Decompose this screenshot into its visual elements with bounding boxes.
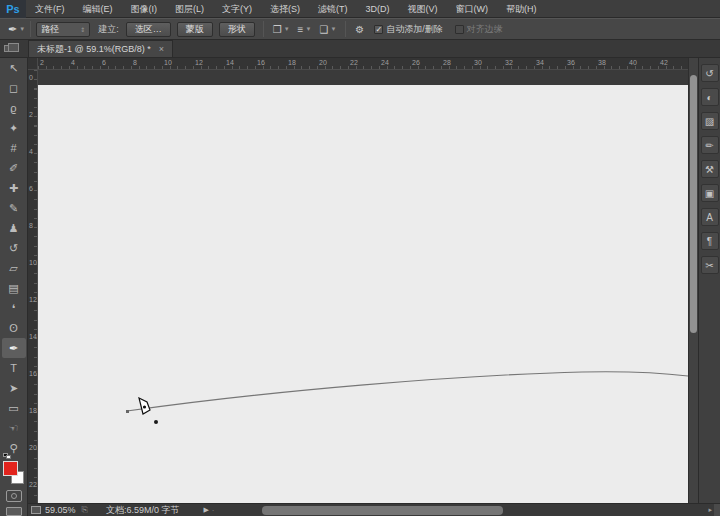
character-panel-icon[interactable]: A bbox=[701, 208, 719, 226]
hruler-number: 24 bbox=[381, 59, 389, 66]
adjustments-panel-icon[interactable]: ◐ bbox=[701, 88, 719, 106]
menu-item-0[interactable]: 文件(F) bbox=[26, 0, 74, 18]
hand-tool[interactable]: ☜ bbox=[2, 418, 26, 438]
tool-options-bar: ✒ ▼ 路径 ⇕ 建立: 选区… 蒙版 形状 ❐ ▼ ≡ ▼ ❑ ▼ ⚙ ✓ bbox=[0, 18, 720, 40]
screen-mode-button[interactable] bbox=[6, 507, 22, 516]
panel-dock: ↺◐▨✏⚒▣A¶✂ bbox=[698, 58, 720, 516]
menu-item-3[interactable]: 图层(L) bbox=[166, 0, 213, 18]
menu-bar: Ps 文件(F)编辑(E)图像(I)图层(L)文字(Y)选择(S)滤镜(T)3D… bbox=[0, 0, 720, 18]
marquee-tool[interactable]: ◻ bbox=[2, 78, 26, 98]
hruler-number: 38 bbox=[598, 59, 606, 66]
scroll-right-arrow-icon[interactable]: ▸ bbox=[708, 506, 712, 514]
lasso-tool[interactable]: ϱ bbox=[2, 98, 26, 118]
menu-item-5[interactable]: 选择(S) bbox=[261, 0, 309, 18]
workflow-icon: ⎘ bbox=[82, 505, 88, 515]
make-mask-button[interactable]: 蒙版 bbox=[177, 22, 213, 37]
vertical-ruler[interactable]: 0246810121416182022 bbox=[28, 70, 38, 503]
history-brush-tool[interactable]: ↺ bbox=[2, 238, 26, 258]
brush-panel-icon[interactable]: ✏ bbox=[701, 136, 719, 154]
document-canvas[interactable] bbox=[38, 85, 688, 503]
vruler-number: 22 bbox=[29, 481, 37, 488]
tool-list: ↖◻ϱ✦#✐✚✎♟↺▱▤❛ʘ✒T➤▭☜⚲ bbox=[2, 58, 26, 458]
brush-tool[interactable]: ✎ bbox=[2, 198, 26, 218]
rectangle-tool[interactable]: ▭ bbox=[2, 398, 26, 418]
hruler-number: 32 bbox=[505, 59, 513, 66]
vruler-number: 14 bbox=[29, 333, 37, 340]
tool-mode-dropdown[interactable]: 路径 ⇕ bbox=[36, 22, 90, 37]
vruler-number: 12 bbox=[29, 296, 37, 303]
menu-item-2[interactable]: 图像(I) bbox=[122, 0, 167, 18]
paragraph-panel-icon[interactable]: ¶ bbox=[701, 232, 719, 250]
clone-source-panel-icon[interactable]: ▣ bbox=[701, 184, 719, 202]
vruler-number: 6 bbox=[29, 185, 33, 192]
document-tab[interactable]: 未标题-1 @ 59.1%(RGB/8) * × bbox=[28, 40, 173, 57]
path-selection-tool[interactable]: ➤ bbox=[2, 378, 26, 398]
hruler-number: 20 bbox=[319, 59, 327, 66]
path-alignment-icon: ≡ bbox=[298, 24, 304, 35]
crop-tool[interactable]: # bbox=[2, 138, 26, 158]
status-play-icon[interactable]: ▶ bbox=[203, 506, 208, 514]
path-arrange-button[interactable]: ❑ ▼ bbox=[319, 24, 336, 35]
vertical-scrollbar-thumb[interactable] bbox=[690, 75, 697, 333]
make-selection-button[interactable]: 选区… bbox=[126, 22, 171, 37]
auto-add-delete-option[interactable]: ✓ 自动添加/删除 bbox=[374, 23, 443, 36]
pen-tool[interactable]: ✒ bbox=[2, 338, 26, 358]
hruler-number: 4 bbox=[71, 59, 75, 66]
document-size-info[interactable]: 文档:6.59M/0 字节 bbox=[106, 504, 180, 516]
path-operations-button[interactable]: ❐ ▼ bbox=[273, 24, 290, 35]
hruler-number: 22 bbox=[350, 59, 358, 66]
vruler-number: 2 bbox=[29, 111, 33, 118]
color-swatches bbox=[2, 460, 26, 486]
resize-grip[interactable] bbox=[714, 504, 720, 516]
tool-presets-panel-icon[interactable]: ✂ bbox=[701, 256, 719, 274]
clone-stamp-tool[interactable]: ♟ bbox=[2, 218, 26, 238]
path-alignment-button[interactable]: ≡ ▼ bbox=[298, 24, 312, 35]
foreground-color-swatch[interactable] bbox=[3, 461, 18, 476]
horizontal-scrollbar-thumb[interactable] bbox=[262, 506, 503, 515]
chevron-down-icon: ▼ bbox=[19, 26, 25, 32]
eraser-tool[interactable]: ▱ bbox=[2, 258, 26, 278]
menu-item-7[interactable]: 3D(D) bbox=[357, 0, 399, 18]
menu-item-8[interactable]: 视图(V) bbox=[399, 0, 447, 18]
hruler-number: 26 bbox=[412, 59, 420, 66]
healing-brush-tool[interactable]: ✚ bbox=[2, 178, 26, 198]
vruler-number: 10 bbox=[29, 259, 37, 266]
horizontal-ruler[interactable]: 24681012141618202224262830323436384042 bbox=[38, 58, 690, 70]
brush-presets-panel-icon[interactable]: ⚒ bbox=[701, 160, 719, 178]
move-tool[interactable]: ↖ bbox=[2, 58, 26, 78]
make-label: 建立: bbox=[98, 23, 119, 36]
quick-mask-button[interactable] bbox=[6, 490, 22, 501]
type-tool[interactable]: T bbox=[2, 358, 26, 378]
quick-selection-tool[interactable]: ✦ bbox=[2, 118, 26, 138]
menu-items: 文件(F)编辑(E)图像(I)图层(L)文字(Y)选择(S)滤镜(T)3D(D)… bbox=[26, 0, 546, 18]
tool-preset-picker[interactable]: ✒ ▼ bbox=[8, 23, 25, 36]
pen-options-gear-button[interactable]: ⚙ bbox=[355, 24, 364, 35]
chevron-updown-icon: ⇕ bbox=[80, 26, 85, 33]
make-shape-button[interactable]: 形状 bbox=[219, 22, 255, 37]
close-icon[interactable]: × bbox=[159, 44, 164, 54]
ruler-corner[interactable] bbox=[28, 58, 38, 70]
menu-item-10[interactable]: 帮助(H) bbox=[497, 0, 546, 18]
blur-tool[interactable]: ❛ bbox=[2, 298, 26, 318]
separator bbox=[30, 21, 31, 37]
styles-panel-icon[interactable]: ▨ bbox=[701, 112, 719, 130]
path-anchor-point[interactable] bbox=[126, 410, 129, 413]
menu-item-1[interactable]: 编辑(E) bbox=[74, 0, 122, 18]
dodge-tool[interactable]: ʘ bbox=[2, 318, 26, 338]
auto-add-delete-checkbox[interactable]: ✓ bbox=[374, 25, 383, 34]
history-panel-icon[interactable]: ↺ bbox=[701, 64, 719, 82]
photoshop-logo: Ps bbox=[0, 0, 26, 18]
menu-item-9[interactable]: 窗口(W) bbox=[447, 0, 498, 18]
document-icon bbox=[31, 506, 41, 514]
default-colors-icon[interactable] bbox=[3, 453, 13, 460]
zoom-level[interactable]: 59.05% bbox=[45, 505, 76, 515]
menu-item-4[interactable]: 文字(Y) bbox=[213, 0, 261, 18]
eyedropper-tool[interactable]: ✐ bbox=[2, 158, 26, 178]
auto-add-delete-label: 自动添加/删除 bbox=[386, 23, 443, 36]
chevron-down-icon: ▼ bbox=[330, 26, 336, 32]
vertical-scrollbar[interactable] bbox=[688, 58, 698, 503]
menu-item-6[interactable]: 滤镜(T) bbox=[309, 0, 357, 18]
hruler-number: 30 bbox=[474, 59, 482, 66]
status-dot: · bbox=[212, 506, 215, 515]
gradient-tool[interactable]: ▤ bbox=[2, 278, 26, 298]
